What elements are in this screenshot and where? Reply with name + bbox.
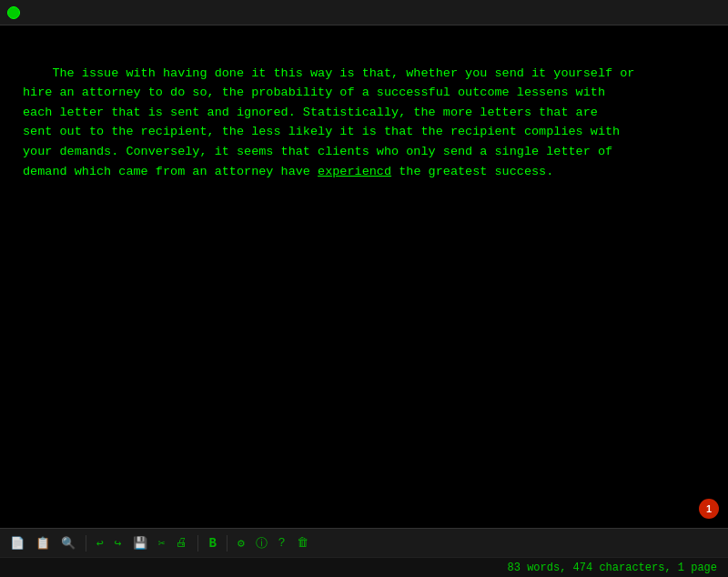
new-doc-icon[interactable]: 📄 [7, 534, 27, 552]
status-bar: 83 words, 474 characters, 1 page [0, 557, 728, 577]
open-doc-icon[interactable]: 📋 [33, 534, 53, 552]
toolbar-separator-1 [86, 535, 86, 552]
link-text[interactable]: experiencd [318, 165, 391, 178]
toolbar-separator-3 [227, 535, 228, 552]
delete-icon[interactable]: 🗑 [294, 534, 311, 552]
text-after-link: the greatest success. [391, 165, 553, 178]
status-text: 83 words, 474 characters, 1 page [508, 562, 717, 574]
main-content: The issue with having done it this way i… [0, 25, 728, 528]
settings-icon[interactable]: ⚙ [235, 534, 248, 552]
toolbar: 📄 📋 🔍 ↩ ↪ 💾 ✂ 🖨 B ⚙ ⓘ ? 🗑 [0, 528, 728, 557]
document-text: The issue with having done it this way i… [23, 44, 705, 201]
print-icon[interactable]: 🖨 [173, 534, 190, 552]
bold-icon[interactable]: B [206, 534, 218, 552]
app-icon [7, 6, 20, 19]
undo-icon[interactable]: ↩ [94, 534, 106, 552]
cut-icon[interactable]: ✂ [156, 534, 168, 552]
toolbar-separator-2 [197, 535, 198, 552]
save-icon[interactable]: 💾 [130, 534, 150, 552]
scroll-number: 1 [706, 503, 712, 514]
text-before-link: The issue with having done it this way i… [23, 66, 634, 178]
redo-icon[interactable]: ↪ [112, 534, 125, 552]
info-icon[interactable]: ⓘ [253, 533, 270, 553]
search-icon[interactable]: 🔍 [58, 534, 78, 552]
title-bar [0, 0, 728, 25]
help-icon[interactable]: ? [276, 534, 288, 552]
scroll-indicator[interactable]: 1 [699, 499, 719, 519]
